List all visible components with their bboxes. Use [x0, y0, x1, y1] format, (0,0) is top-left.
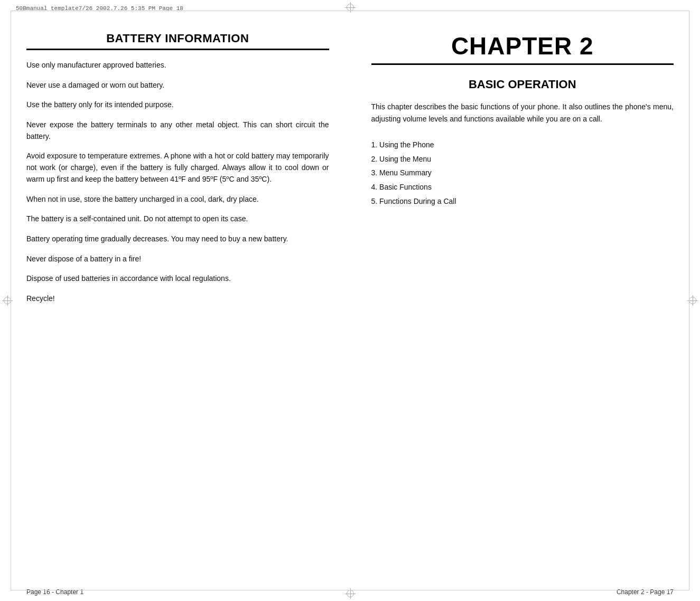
toc-item-5: 5. Functions During a Call: [371, 194, 674, 209]
footer-left: Page 16 - Chapter 1: [26, 588, 83, 596]
chapter-title: CHAPTER 2: [371, 32, 674, 60]
section-title: BASIC OPERATION: [371, 78, 674, 91]
toc-item-2: 2. Using the Menu: [371, 152, 674, 166]
battery-para-5: Avoid exposure to temperature extremes. …: [26, 151, 329, 185]
battery-para-9: Never dispose of a battery in a fire!: [26, 253, 329, 265]
print-header: 50Bmanual template7/26 2002.7.26 5:35 PM…: [16, 5, 183, 12]
footer-right: Chapter 2 - Page 17: [617, 588, 674, 596]
battery-para-2: Never use a damaged or worn out battery.: [26, 80, 329, 91]
crosshair-right: [687, 295, 698, 306]
crosshair-left: [2, 295, 13, 306]
battery-title: BATTERY INFORMATION: [26, 32, 329, 45]
battery-para-7: The battery is a self-contained unit. Do…: [26, 213, 329, 225]
left-column: BATTERY INFORMATION Use only manufacture…: [26, 32, 350, 551]
crosshair-bottom: [345, 588, 356, 599]
toc-item-1: 1. Using the Phone: [371, 138, 674, 152]
battery-para-10: Dispose of used batteries in accordance …: [26, 273, 329, 285]
toc-item-3: 3. Menu Summary: [371, 166, 674, 180]
toc-item-4: 4. Basic Functions: [371, 180, 674, 194]
toc-list: 1. Using the Phone 2. Using the Menu 3. …: [371, 138, 674, 208]
battery-para-8: Battery operating time gradually decreas…: [26, 233, 329, 245]
main-content: BATTERY INFORMATION Use only manufacture…: [0, 0, 700, 583]
right-column: CHAPTER 2 BASIC OPERATION This chapter d…: [350, 32, 674, 551]
chapter-intro: This chapter describes the basic functio…: [371, 101, 674, 125]
battery-para-6: When not in use, store the battery uncha…: [26, 194, 329, 205]
battery-para-3: Use the battery only for its intended pu…: [26, 99, 329, 111]
battery-para-4: Never expose the battery terminals to an…: [26, 119, 329, 142]
crosshair-top: [345, 2, 356, 13]
battery-para-1: Use only manufacturer approved batteries…: [26, 60, 329, 71]
chapter-title-underline: [371, 63, 674, 65]
battery-para-11: Recycle!: [26, 293, 329, 305]
page: 50Bmanual template7/26 2002.7.26 5:35 PM…: [0, 0, 700, 601]
battery-title-underline: [26, 49, 329, 50]
